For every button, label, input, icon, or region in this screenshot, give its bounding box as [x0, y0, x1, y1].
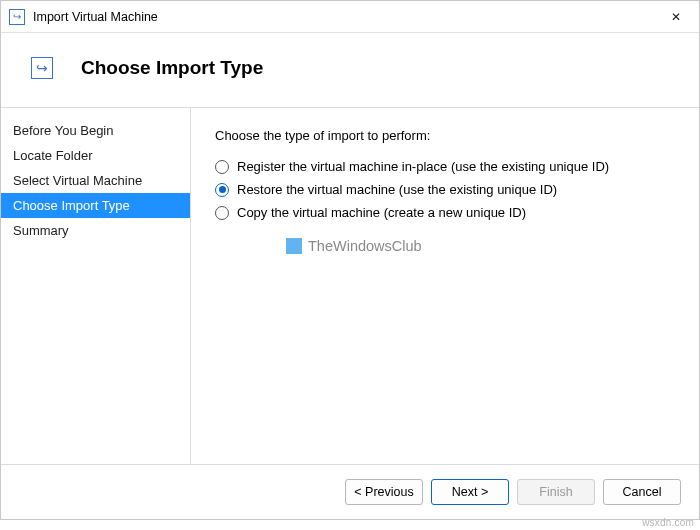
watermark-text: TheWindowsClub: [308, 238, 422, 254]
titlebar: ↪ Import Virtual Machine ✕: [1, 1, 699, 33]
import-option-copy[interactable]: Copy the virtual machine (create a new u…: [215, 203, 675, 222]
next-button[interactable]: Next >: [431, 479, 509, 505]
option-label: Copy the virtual machine (create a new u…: [237, 205, 526, 220]
image-credit: wsxdn.com: [642, 517, 694, 528]
content-prompt: Choose the type of import to perform:: [215, 128, 675, 143]
wizard-icon: ↪: [31, 57, 53, 79]
step-before-you-begin[interactable]: Before You Begin: [1, 118, 190, 143]
step-select-virtual-machine[interactable]: Select Virtual Machine: [1, 168, 190, 193]
radio-icon[interactable]: [215, 183, 229, 197]
import-option-restore[interactable]: Restore the virtual machine (use the exi…: [215, 180, 675, 199]
app-icon: ↪: [9, 9, 25, 25]
option-label: Restore the virtual machine (use the exi…: [237, 182, 557, 197]
step-locate-folder[interactable]: Locate Folder: [1, 143, 190, 168]
watermark-icon: [286, 238, 302, 254]
window-title: Import Virtual Machine: [33, 10, 158, 24]
watermark: TheWindowsClub: [286, 238, 422, 254]
import-option-register[interactable]: Register the virtual machine in-place (u…: [215, 157, 675, 176]
step-choose-import-type[interactable]: Choose Import Type: [1, 193, 190, 218]
finish-button: Finish: [517, 479, 595, 505]
cancel-button[interactable]: Cancel: [603, 479, 681, 505]
previous-button[interactable]: < Previous: [345, 479, 423, 505]
close-button[interactable]: ✕: [653, 1, 699, 33]
dialog-window: ↪ Import Virtual Machine ✕ ↪ Choose Impo…: [0, 0, 700, 520]
step-summary[interactable]: Summary: [1, 218, 190, 243]
page-title: Choose Import Type: [81, 57, 263, 79]
wizard-header: ↪ Choose Import Type: [1, 33, 699, 108]
wizard-steps-sidebar: Before You Begin Locate Folder Select Vi…: [1, 108, 191, 464]
radio-icon[interactable]: [215, 160, 229, 174]
option-label: Register the virtual machine in-place (u…: [237, 159, 609, 174]
wizard-footer: < Previous Next > Finish Cancel: [1, 464, 699, 519]
wizard-body: Before You Begin Locate Folder Select Vi…: [1, 108, 699, 464]
wizard-content: Choose the type of import to perform: Re…: [191, 108, 699, 464]
radio-icon[interactable]: [215, 206, 229, 220]
